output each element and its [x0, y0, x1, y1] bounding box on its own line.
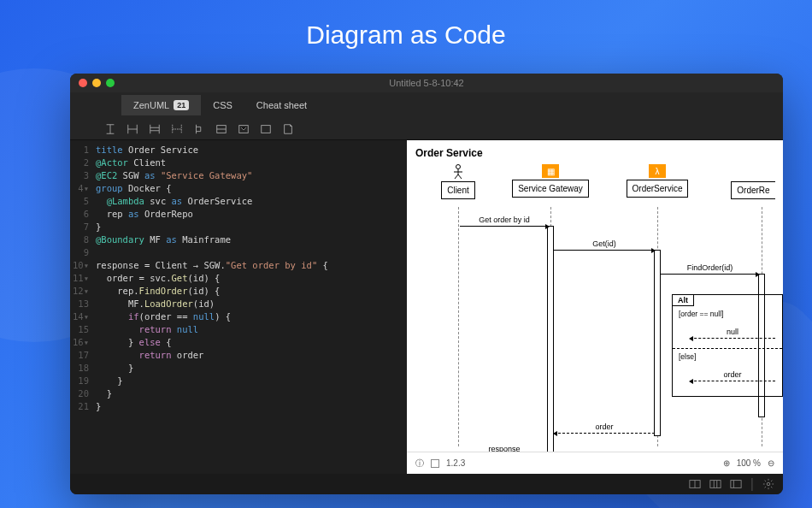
svg-rect-5: [710, 481, 721, 488]
tab-css[interactable]: CSS: [201, 95, 244, 115]
tool-async-msg-icon[interactable]: [149, 123, 161, 135]
zoom-out-icon[interactable]: ⊖: [768, 458, 774, 468]
tool-loop-icon[interactable]: [238, 123, 250, 135]
code-editor[interactable]: 1234▾5678910▾11▾12▾1314▾1516▾1718192021 …: [70, 140, 407, 474]
participant-service: λ OrderService: [619, 164, 696, 198]
diagram-title: Order Service: [407, 140, 783, 166]
info-icon[interactable]: ⓘ: [415, 458, 424, 470]
app-window: Untitled 5-8-10:42 ZenUML 21 CSS Cheat s…: [70, 74, 783, 494]
statusbar: |: [70, 474, 783, 494]
tool-return-icon[interactable]: [171, 123, 183, 135]
tabbar: ZenUML 21 CSS Cheat sheet: [70, 92, 783, 118]
participant-client: Client: [432, 164, 484, 199]
tool-alt-icon[interactable]: [215, 123, 227, 135]
window-title: Untitled 5-8-10:42: [70, 78, 783, 88]
layout-preview-icon[interactable]: [730, 478, 742, 490]
tool-note-icon[interactable]: [282, 123, 294, 135]
numbering-checkbox[interactable]: [431, 459, 439, 468]
svg-point-7: [767, 482, 770, 486]
tool-group-icon[interactable]: [260, 123, 272, 135]
toolbar: [70, 118, 783, 140]
numbering-label: 1.2.3: [446, 458, 465, 468]
titlebar: Untitled 5-8-10:42: [70, 74, 783, 92]
preview-footer: ⓘ 1.2.3 ⊕ 100 % ⊖: [407, 452, 783, 474]
zoom-level: 100 %: [737, 458, 761, 468]
actor-icon: [450, 164, 466, 180]
participant-repo: OrderRe: [723, 164, 783, 199]
participant-gateway: ▦ Service Gateway: [508, 164, 593, 198]
tool-sync-msg-icon[interactable]: [127, 123, 138, 135]
lambda-icon: λ: [649, 164, 666, 178]
ec2-icon: ▦: [542, 164, 559, 178]
zenuml-badge: 21: [174, 100, 189, 110]
zoom-in-icon[interactable]: ⊕: [723, 458, 730, 468]
diagram-preview[interactable]: Order Service Client ▦ Service Gateway λ…: [407, 140, 783, 474]
settings-icon[interactable]: [762, 478, 774, 490]
msg-return-order: order: [554, 422, 655, 434]
svg-rect-2: [262, 125, 271, 133]
tab-cheat-sheet[interactable]: Cheat sheet: [244, 95, 319, 115]
hero-title: Diagram as Code: [0, 0, 812, 50]
layout-split-icon[interactable]: [689, 478, 701, 490]
tab-zenuml[interactable]: ZenUML 21: [121, 95, 201, 115]
svg-point-3: [456, 165, 461, 169]
alt-fragment: Alt [order == null] null [else] order: [672, 294, 783, 397]
tool-self-icon[interactable]: [193, 123, 205, 135]
msg-get-order: Get order by id: [460, 216, 549, 227]
msg-find: FindOrder(id): [661, 263, 759, 275]
svg-rect-6: [731, 481, 741, 488]
msg-get: Get(id): [554, 239, 655, 251]
layout-columns-icon[interactable]: [709, 478, 721, 490]
tool-participant-icon[interactable]: [104, 123, 116, 135]
repo-icon: [745, 164, 761, 180]
